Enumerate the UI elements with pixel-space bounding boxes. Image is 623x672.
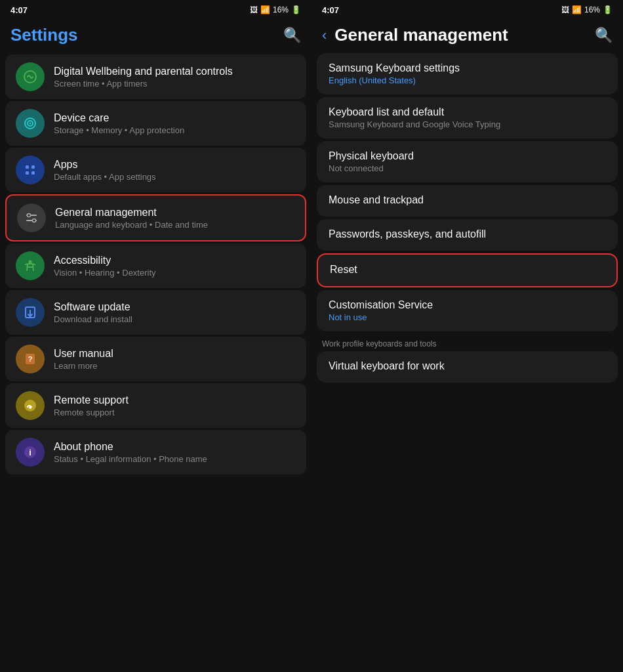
digital-wellbeing-text: Digital Wellbeing and parental controls …: [54, 66, 296, 89]
svg-rect-7: [31, 171, 35, 175]
svg-point-3: [30, 123, 31, 125]
svg-point-11: [33, 219, 36, 222]
accessibility-title: Accessibility: [54, 255, 296, 266]
mouse-trackpad-title: Mouse and trackpad: [329, 194, 606, 206]
svg-rect-6: [26, 171, 29, 175]
software-update-subtitle: Download and install: [54, 314, 296, 324]
apps-icon: [16, 156, 45, 184]
setting-item-apps[interactable]: Apps Default apps • App settings: [5, 148, 306, 192]
settings-title: Settings: [10, 25, 278, 45]
accessibility-subtitle: Vision • Hearing • Dexterity: [54, 268, 296, 278]
right-header: ‹ General management 🔍: [312, 18, 623, 51]
gm-item-customisation[interactable]: Customisation Service Not in use: [317, 290, 618, 331]
about-phone-subtitle: Status • Legal information • Phone name: [54, 454, 296, 464]
setting-item-user-manual[interactable]: ? User manual Learn more: [5, 337, 306, 381]
back-button[interactable]: ‹: [322, 27, 327, 44]
search-button-right[interactable]: 🔍: [595, 27, 613, 44]
physical-keyboard-title: Physical keyboard: [329, 150, 606, 162]
status-bar-right: 4:07 🖼 📶 16% 🔋: [312, 0, 623, 18]
about-phone-text: About phone Status • Legal information •…: [54, 441, 296, 464]
battery-right: 16%: [584, 5, 600, 14]
battery-left: 16%: [273, 5, 289, 14]
status-icons-left: 🖼 📶 16% 🔋: [250, 5, 301, 14]
battery-icon-right: 🔋: [603, 5, 613, 14]
keyboard-list-subtitle: Samsung Keyboard and Google Voice Typing: [329, 119, 606, 129]
status-bar-left: 4:07 🖼 📶 16% 🔋: [0, 0, 312, 18]
svg-rect-4: [26, 165, 29, 169]
apps-title: Apps: [54, 159, 296, 171]
svg-rect-5: [31, 165, 35, 169]
setting-item-general-management[interactable]: General management Language and keyboard…: [5, 194, 306, 242]
left-panel: 4:07 🖼 📶 16% 🔋 Settings 🔍 Digital Wellbe…: [0, 0, 312, 672]
svg-point-9: [28, 214, 31, 217]
samsung-keyboard-title: Samsung Keyboard settings: [329, 62, 606, 74]
passwords-title: Passwords, passkeys, and autofill: [329, 228, 606, 240]
device-care-text: Device care Storage • Memory • App prote…: [54, 112, 296, 135]
user-manual-icon: ?: [16, 345, 45, 373]
remote-support-icon: [16, 391, 45, 420]
software-update-title: Software update: [54, 301, 296, 313]
gm-item-mouse-trackpad[interactable]: Mouse and trackpad: [317, 185, 618, 217]
svg-point-18: [29, 406, 31, 409]
time-left: 4:07: [10, 5, 28, 15]
about-phone-title: About phone: [54, 441, 296, 453]
setting-item-digital-wellbeing[interactable]: Digital Wellbeing and parental controls …: [5, 54, 306, 99]
user-manual-title: User manual: [54, 348, 296, 360]
svg-point-12: [29, 261, 32, 264]
keyboard-list-title: Keyboard list and default: [329, 106, 606, 118]
digital-wellbeing-title: Digital Wellbeing and parental controls: [54, 66, 296, 77]
gm-item-reset[interactable]: Reset: [317, 253, 618, 287]
time-right: 4:07: [322, 5, 339, 15]
battery-icon-left: 🔋: [291, 5, 301, 14]
user-manual-text: User manual Learn more: [54, 348, 296, 371]
device-care-icon: [16, 109, 45, 138]
setting-item-remote-support[interactable]: Remote support Remote support: [5, 383, 306, 428]
software-update-icon: [16, 298, 45, 327]
samsung-keyboard-subtitle: English (United States): [329, 75, 606, 85]
left-header: Settings 🔍: [0, 18, 312, 51]
general-management-text: General management Language and keyboard…: [55, 207, 294, 230]
digital-wellbeing-subtitle: Screen time • App timers: [54, 79, 296, 89]
software-update-text: Software update Download and install: [54, 301, 296, 324]
reset-title: Reset: [330, 264, 605, 276]
digital-wellbeing-icon: [16, 62, 45, 91]
customisation-subtitle: Not in use: [329, 312, 606, 322]
gm-item-keyboard-list[interactable]: Keyboard list and default Samsung Keyboa…: [317, 97, 618, 138]
gm-title: General management: [334, 25, 590, 45]
setting-item-accessibility[interactable]: Accessibility Vision • Hearing • Dexteri…: [5, 243, 306, 288]
setting-item-device-care[interactable]: Device care Storage • Memory • App prote…: [5, 101, 306, 146]
remote-support-subtitle: Remote support: [54, 408, 296, 417]
general-management-icon: [17, 203, 46, 232]
gm-item-virtual-keyboard[interactable]: Virtual keyboard for work: [317, 351, 618, 383]
virtual-keyboard-title: Virtual keyboard for work: [329, 360, 606, 372]
svg-text:i: i: [29, 448, 31, 457]
apps-subtitle: Default apps • App settings: [54, 172, 296, 182]
gm-item-samsung-keyboard[interactable]: Samsung Keyboard settings English (Unite…: [317, 53, 618, 94]
gm-list: Samsung Keyboard settings English (Unite…: [312, 51, 623, 672]
user-manual-subtitle: Learn more: [54, 361, 296, 371]
physical-keyboard-subtitle: Not connected: [329, 163, 606, 173]
apps-text: Apps Default apps • App settings: [54, 159, 296, 182]
status-icons-right: 🖼 📶 16% 🔋: [561, 5, 613, 14]
general-management-subtitle: Language and keyboard • Date and time: [55, 220, 294, 230]
accessibility-text: Accessibility Vision • Hearing • Dexteri…: [54, 255, 296, 278]
device-care-subtitle: Storage • Memory • App protection: [54, 125, 296, 135]
setting-item-about-phone[interactable]: i About phone Status • Legal information…: [5, 430, 306, 474]
general-management-title: General management: [55, 207, 294, 219]
gm-item-physical-keyboard[interactable]: Physical keyboard Not connected: [317, 141, 618, 182]
work-profile-section-label: Work profile keyboards and tools: [317, 334, 618, 351]
setting-item-software-update[interactable]: Software update Download and install: [5, 290, 306, 335]
right-panel: 4:07 🖼 📶 16% 🔋 ‹ General management 🔍 Sa…: [312, 0, 623, 672]
settings-list: Digital Wellbeing and parental controls …: [0, 51, 312, 672]
gm-item-passwords[interactable]: Passwords, passkeys, and autofill: [317, 219, 618, 251]
remote-support-text: Remote support Remote support: [54, 394, 296, 417]
about-phone-icon: i: [16, 438, 45, 467]
device-care-title: Device care: [54, 112, 296, 124]
wifi-icon: 📶: [260, 5, 270, 14]
notification-icon: 🖼: [250, 5, 258, 14]
search-button-left[interactable]: 🔍: [283, 27, 301, 44]
remote-support-title: Remote support: [54, 394, 296, 406]
notification-icon-right: 🖼: [561, 5, 569, 14]
customisation-title: Customisation Service: [329, 299, 606, 311]
svg-text:?: ?: [28, 355, 33, 363]
